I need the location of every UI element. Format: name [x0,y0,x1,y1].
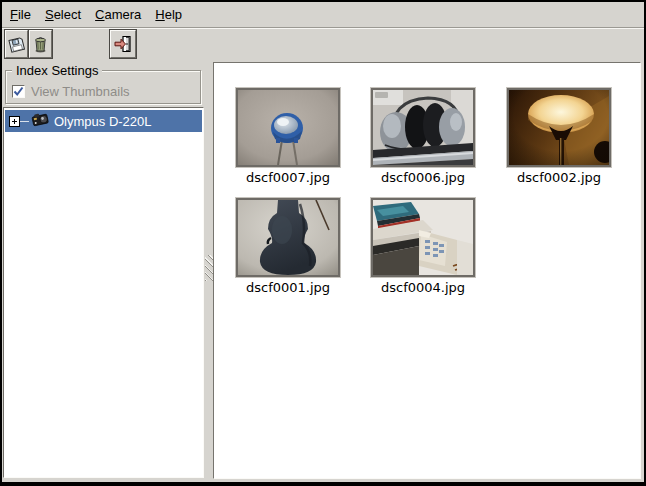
thumbnail-item[interactable]: dscf0001.jpg [236,198,340,295]
thumbnail-filename: dscf0001.jpg [236,280,340,295]
splitter-grip-icon[interactable] [205,255,213,281]
thumbnail-photo-guitar-case[interactable] [236,198,340,277]
menu-file[interactable]: File [3,4,38,25]
exit-door-icon [113,34,133,54]
menu-select[interactable]: Select [38,4,88,25]
thumbnail-photo-printer[interactable] [371,198,475,277]
view-thumbnails-label: View Thumbnails [31,84,130,99]
thumbnail-filename: dscf0006.jpg [371,170,475,185]
thumbnail-filename: dscf0007.jpg [236,170,340,185]
pane-splitter[interactable] [205,62,213,478]
thumbnail-item[interactable]: dscf0006.jpg [371,88,475,185]
thumbnail-photo-lamp[interactable] [507,88,611,167]
save-button[interactable] [5,30,28,58]
camera-tree[interactable]: Olympus D-220L [3,107,204,478]
thumbnail-pane: dscf0007.jpg [213,62,641,479]
menu-bar: File Select Camera Help [2,2,644,28]
thumbnail-item[interactable]: dscf0004.jpg [371,198,475,295]
menu-camera[interactable]: Camera [88,4,148,25]
menu-help[interactable]: Help [148,4,189,25]
floppy-disk-icon [7,35,26,54]
checkmark-icon [13,86,24,97]
frame-title: Index Settings [12,63,102,78]
trash-icon [31,35,50,54]
thumbnail-item[interactable]: dscf0002.jpg [507,88,611,185]
index-settings-frame: Index Settings View Thumbnails [5,70,201,104]
thumbnail-filename: dscf0002.jpg [507,170,611,185]
thumbnail-filename: dscf0004.jpg [371,280,475,295]
thumbnail-photo-headphones[interactable] [371,88,475,167]
exit-button[interactable] [110,30,136,58]
thumbnail-item[interactable]: dscf0007.jpg [236,88,340,185]
camera-name-label: Olympus D-220L [54,114,152,129]
expander-plus-icon[interactable] [9,116,20,127]
tree-branch-line [20,121,29,122]
gtkam-window: File Select Camera Help [0,0,646,486]
view-thumbnails-checkbox[interactable] [12,85,25,98]
view-thumbnails-option[interactable]: View Thumbnails [12,84,130,99]
tree-row-camera[interactable]: Olympus D-220L [5,110,202,132]
camera-icon [30,110,51,133]
delete-button[interactable] [29,30,52,58]
thumbnail-photo-capacitor[interactable] [236,88,340,167]
sidebar: Index Settings View Thumbnails [3,62,205,478]
